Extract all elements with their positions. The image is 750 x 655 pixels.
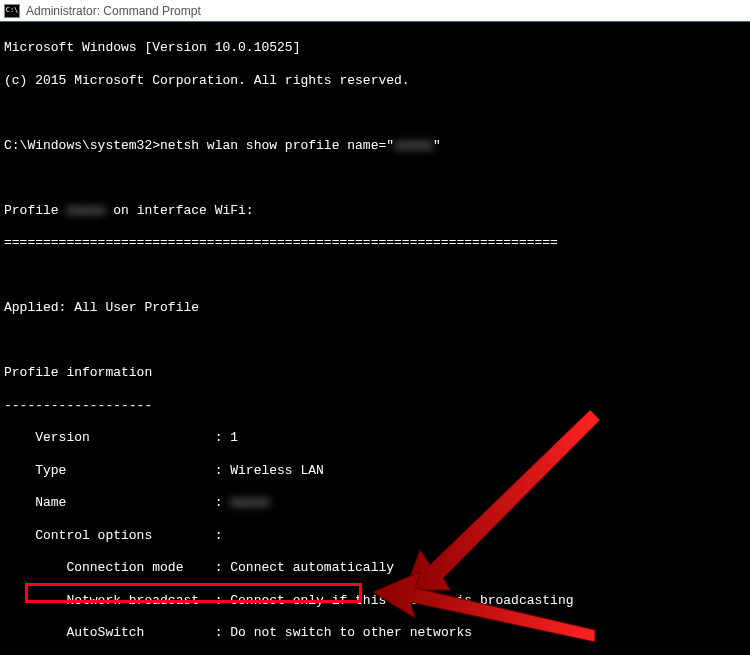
redacted-name: xxxxx bbox=[230, 495, 269, 511]
divider: ========================================… bbox=[4, 235, 746, 251]
row-control: Control options : bbox=[4, 528, 746, 544]
applied-line: Applied: All User Profile bbox=[4, 300, 746, 316]
row-autoswitch: AutoSwitch : Do not switch to other netw… bbox=[4, 625, 746, 641]
section-title-profile-info: Profile information bbox=[4, 365, 746, 381]
copyright: (c) 2015 Microsoft Corporation. All righ… bbox=[4, 73, 746, 89]
window-titlebar[interactable]: C:\ Administrator: Command Prompt bbox=[0, 0, 750, 22]
row-type: Type : Wireless LAN bbox=[4, 463, 746, 479]
row-broadcast: Network broadcast : Connect only if this… bbox=[4, 593, 746, 609]
window-title: Administrator: Command Prompt bbox=[26, 4, 201, 18]
redacted-profile-name: xxxxx bbox=[66, 203, 105, 219]
console-output: Microsoft Windows [Version 10.0.10525] (… bbox=[0, 22, 750, 655]
row-version: Version : 1 bbox=[4, 430, 746, 446]
row-name: Name : xxxxx bbox=[4, 495, 746, 511]
os-version: Microsoft Windows [Version 10.0.10525] bbox=[4, 40, 746, 56]
cmd-icon: C:\ bbox=[4, 4, 20, 18]
profile-header: Profile xxxxx on interface WiFi: bbox=[4, 203, 746, 219]
section-dashes: ------------------- bbox=[4, 398, 746, 414]
redacted-profile-name: xxxxx bbox=[394, 138, 433, 154]
row-conn-mode: Connection mode : Connect automatically bbox=[4, 560, 746, 576]
command-line: C:\Windows\system32>netsh wlan show prof… bbox=[4, 138, 746, 154]
